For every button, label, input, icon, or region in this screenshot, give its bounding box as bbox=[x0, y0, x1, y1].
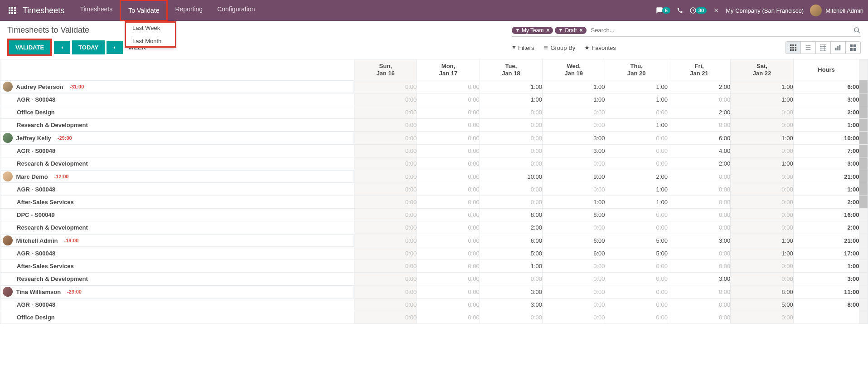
cell[interactable]: 0:00 bbox=[543, 221, 605, 234]
cell[interactable]: 0:00 bbox=[605, 221, 668, 234]
cell[interactable]: 0:00 bbox=[354, 183, 417, 196]
cell[interactable]: 1:00 bbox=[731, 247, 793, 260]
cell[interactable]: 0:00 bbox=[605, 209, 668, 221]
cell[interactable]: 0:00 bbox=[543, 106, 605, 119]
scrollbar[interactable] bbox=[859, 247, 868, 260]
nav-timesheets[interactable]: Timesheets bbox=[73, 0, 120, 21]
cell[interactable]: 0:00 bbox=[417, 80, 480, 93]
cell[interactable]: 5:00 bbox=[480, 247, 542, 260]
cell[interactable]: 3:00 bbox=[543, 132, 605, 145]
cell[interactable]: 1:00 bbox=[731, 93, 793, 106]
scrollbar[interactable] bbox=[859, 234, 868, 247]
scrollbar[interactable] bbox=[859, 106, 868, 119]
cell[interactable]: 0:00 bbox=[605, 311, 668, 324]
cell[interactable]: 0:00 bbox=[417, 311, 480, 324]
user-menu[interactable]: Mitchell Admin bbox=[810, 5, 863, 16]
apps-icon[interactable] bbox=[5, 3, 20, 18]
facet-remove-icon[interactable]: × bbox=[580, 27, 583, 34]
cell[interactable]: 0:00 bbox=[605, 132, 668, 145]
cell[interactable]: 0:00 bbox=[417, 260, 480, 273]
messages-icon[interactable]: 5 bbox=[656, 7, 670, 14]
cell[interactable]: 0:00 bbox=[731, 183, 793, 196]
task-name[interactable]: AGR - S00048 bbox=[0, 145, 354, 157]
cell[interactable]: 0:00 bbox=[543, 260, 605, 273]
next-button[interactable] bbox=[107, 41, 123, 54]
cell[interactable]: 1:00 bbox=[543, 80, 605, 93]
cell[interactable]: 0:00 bbox=[731, 209, 793, 221]
view-pivot-button[interactable] bbox=[816, 42, 831, 54]
cell[interactable]: 0:00 bbox=[354, 132, 417, 145]
tools-icon[interactable] bbox=[713, 7, 719, 14]
cell[interactable]: 0:00 bbox=[605, 157, 668, 170]
cell[interactable]: 6:00 bbox=[543, 234, 605, 247]
cell[interactable]: 0:00 bbox=[354, 247, 417, 260]
cell[interactable]: 0:00 bbox=[417, 119, 480, 132]
nav-to-validate[interactable]: To Validate bbox=[120, 0, 168, 21]
task-name[interactable]: Research & Development bbox=[0, 119, 354, 132]
cell[interactable]: 0:00 bbox=[417, 183, 480, 196]
cell[interactable]: 0:00 bbox=[417, 285, 480, 299]
cell[interactable]: 10:00 bbox=[480, 170, 542, 183]
cell[interactable]: 1:00 bbox=[605, 93, 668, 106]
cell[interactable]: 0:00 bbox=[480, 183, 542, 196]
cell[interactable]: 0:00 bbox=[543, 183, 605, 196]
cell[interactable]: 1:00 bbox=[605, 196, 668, 209]
cell[interactable]: 0:00 bbox=[668, 247, 730, 260]
cell[interactable]: 0:00 bbox=[480, 273, 542, 285]
task-name[interactable]: Office Design bbox=[0, 311, 354, 324]
validate-button[interactable]: VALIDATE bbox=[9, 40, 50, 54]
phone-icon[interactable] bbox=[677, 7, 683, 14]
cell[interactable]: 0:00 bbox=[417, 273, 480, 285]
cell[interactable]: 9:00 bbox=[543, 170, 605, 183]
scrollbar[interactable] bbox=[859, 93, 868, 106]
cell[interactable]: 0:00 bbox=[354, 145, 417, 157]
cell[interactable]: 6:00 bbox=[668, 132, 730, 145]
cell[interactable]: 5:00 bbox=[605, 234, 668, 247]
cell[interactable]: 0:00 bbox=[354, 221, 417, 234]
person-name[interactable]: Jeffrey Kelly bbox=[16, 135, 51, 142]
cell[interactable]: 1:00 bbox=[731, 132, 793, 145]
cell[interactable]: 0:00 bbox=[668, 221, 730, 234]
cell[interactable]: 0:00 bbox=[354, 106, 417, 119]
cell[interactable]: 1:00 bbox=[543, 196, 605, 209]
cell[interactable]: 0:00 bbox=[354, 285, 417, 299]
cell[interactable]: 0:00 bbox=[354, 196, 417, 209]
view-kanban-button[interactable] bbox=[846, 42, 860, 54]
cell[interactable]: 0:00 bbox=[668, 311, 730, 324]
cell[interactable]: 0:00 bbox=[354, 299, 417, 311]
cell[interactable]: 0:00 bbox=[731, 145, 793, 157]
task-name[interactable]: After-Sales Services bbox=[0, 260, 354, 273]
cell[interactable]: 0:00 bbox=[417, 221, 480, 234]
cell[interactable]: 0:00 bbox=[480, 145, 542, 157]
cell[interactable]: 0:00 bbox=[543, 119, 605, 132]
task-name[interactable]: AGR - S00048 bbox=[0, 247, 354, 260]
task-name[interactable]: AGR - S00048 bbox=[0, 299, 354, 311]
person-name[interactable]: Audrey Peterson bbox=[16, 83, 63, 90]
cell[interactable]: 0:00 bbox=[543, 285, 605, 299]
view-graph-button[interactable] bbox=[831, 42, 846, 54]
cell[interactable]: 6:00 bbox=[543, 247, 605, 260]
scrollbar[interactable] bbox=[859, 145, 868, 157]
cell[interactable]: 0:00 bbox=[354, 80, 417, 93]
cell[interactable]: 0:00 bbox=[605, 285, 668, 299]
scrollbar[interactable] bbox=[859, 209, 868, 221]
cell[interactable]: 1:00 bbox=[731, 234, 793, 247]
cell[interactable]: 0:00 bbox=[668, 299, 730, 311]
cell[interactable]: 0:00 bbox=[354, 170, 417, 183]
dropdown-last-month[interactable]: Last Month bbox=[126, 34, 175, 48]
cell[interactable]: 0:00 bbox=[668, 93, 730, 106]
cell[interactable]: 0:00 bbox=[417, 196, 480, 209]
scrollbar[interactable] bbox=[859, 170, 868, 183]
cell[interactable]: 5:00 bbox=[605, 247, 668, 260]
cell[interactable]: 0:00 bbox=[731, 106, 793, 119]
cell[interactable]: 0:00 bbox=[417, 157, 480, 170]
task-name[interactable]: AGR - S00048 bbox=[0, 93, 354, 106]
cell[interactable]: 0:00 bbox=[354, 234, 417, 247]
person-name[interactable]: Tina Williamson bbox=[16, 289, 61, 295]
cell[interactable]: 0:00 bbox=[417, 209, 480, 221]
scrollbar[interactable] bbox=[859, 285, 868, 299]
cell[interactable]: 1:00 bbox=[480, 80, 542, 93]
brand[interactable]: Timesheets bbox=[20, 6, 73, 15]
task-name[interactable]: Research & Development bbox=[0, 221, 354, 234]
cell[interactable]: 0:00 bbox=[731, 119, 793, 132]
